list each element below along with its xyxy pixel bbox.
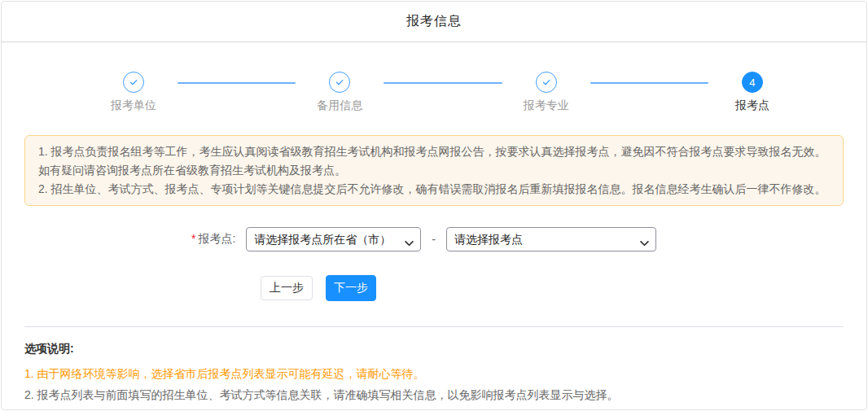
wizard-buttons: 上一步 下一步 [261,275,866,301]
exam-site-select-wrap: 请选择报考点 [446,227,656,251]
step-done-circle [123,72,144,93]
notice-line: 2. 招生单位、考试方式、报考点、专项计划等关键信息提交后不允许修改，确有错误需… [38,180,830,199]
step-baokao-dian: 4 报考点 [713,72,791,113]
stepper: 报考单位 备用信息 报考专业 4 报考点 [2,42,866,113]
notice-box: 1. 报考点负责报名组考等工作，考生应认真阅读省级教育招生考试机构和报考点网报公… [24,135,844,206]
check-icon [541,77,552,88]
registration-page: 报考信息 报考单位 备用信息 [1,1,867,410]
step-baokao-danwei: 报考单位 [94,72,173,113]
stepper-connector [178,82,296,84]
step-baokao-zhuanye: 报考专业 [507,72,585,113]
check-icon [334,77,345,88]
required-asterisk: * [191,232,195,245]
exam-site-label-text: 报考点: [198,232,235,245]
step-done-circle [536,72,557,93]
step-label: 报考点 [735,98,769,113]
stepper-connector [384,82,502,84]
province-select-wrap: 请选择报考点所在省（市） [246,227,421,251]
step-label: 报考专业 [524,98,569,113]
page-title: 报考信息 [406,13,462,30]
page-header: 报考信息 [2,2,866,42]
select-separator: - [432,233,436,246]
exam-site-form-row: *报考点: 请选择报考点所在省（市） - 请选择报考点 [191,227,866,251]
province-select[interactable]: 请选择报考点所在省（市） [246,227,421,251]
explanation-note: 2. 报考点列表与前面填写的招生单位、考试方式等信息关联，请准确填写相关信息，以… [24,384,844,405]
options-explanation: 选项说明: 1. 由于网络环境等影响，选择省市后报考点列表显示可能有延迟，请耐心… [2,327,866,405]
next-step-button[interactable]: 下一步 [326,275,376,301]
step-done-circle [329,72,350,93]
previous-step-button[interactable]: 上一步 [261,276,313,300]
exam-site-select[interactable]: 请选择报考点 [446,227,656,251]
step-label: 报考单位 [111,98,156,113]
exam-site-label: *报考点: [191,232,235,247]
step-label: 备用信息 [317,98,362,113]
explanation-note: 1. 由于网络环境等影响，选择省市后报考点列表显示可能有延迟，请耐心等待。 [24,363,844,384]
options-explanation-title: 选项说明: [24,342,844,356]
check-icon [128,77,139,88]
step-active-circle: 4 [742,72,763,93]
stepper-connector [590,82,708,84]
notice-line: 1. 报考点负责报名组考等工作，考生应认真阅读省级教育招生考试机构和报考点网报公… [38,142,830,180]
step-beiyong-xinxi: 备用信息 [300,72,379,113]
